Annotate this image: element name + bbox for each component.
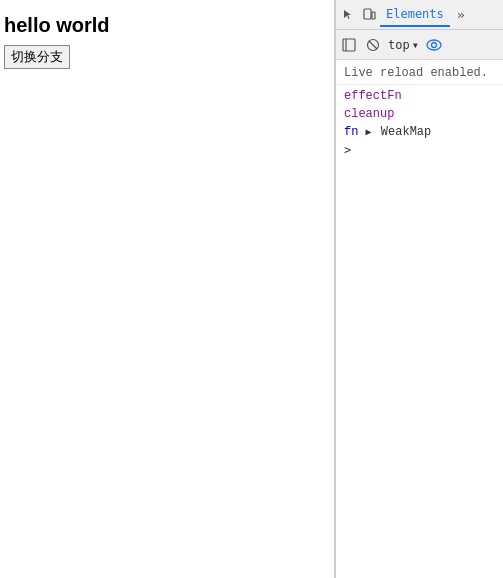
- svg-point-6: [427, 40, 441, 50]
- live-reload-line: Live reload enabled.: [336, 64, 503, 85]
- effect-fn-prop: effectFn: [344, 89, 402, 103]
- cleanup-prop: cleanup: [344, 107, 394, 121]
- tab-elements[interactable]: Elements: [380, 3, 450, 27]
- svg-rect-0: [364, 9, 371, 19]
- top-label: top: [388, 38, 410, 52]
- svg-line-5: [369, 41, 377, 49]
- inspect-element-icon[interactable]: [340, 6, 358, 24]
- block-icon[interactable]: [364, 36, 382, 54]
- fn-keyword: fn: [344, 125, 358, 139]
- browser-viewport: hello world 切换分支: [0, 0, 335, 578]
- sidebar-toggle-icon[interactable]: [340, 36, 358, 54]
- switch-branch-button[interactable]: 切换分支: [4, 45, 70, 69]
- device-toggle-icon[interactable]: [360, 6, 378, 24]
- fn-weakmap-line: fn ▶ WeakMap: [336, 123, 503, 141]
- weakmap-label: WeakMap: [381, 125, 431, 139]
- devtools-toolbar: top ▾: [336, 30, 503, 60]
- effect-fn-line: effectFn: [336, 87, 503, 105]
- svg-rect-2: [343, 39, 355, 51]
- devtools-tabs: Elements »: [336, 0, 503, 30]
- top-selector[interactable]: top ▾: [388, 38, 419, 52]
- expand-caret[interactable]: >: [336, 141, 503, 159]
- eye-icon[interactable]: [425, 36, 443, 54]
- svg-point-7: [431, 42, 436, 47]
- devtools-content: Live reload enabled. effectFn cleanup fn…: [336, 60, 503, 578]
- svg-rect-1: [372, 12, 375, 19]
- dropdown-arrow: ▾: [412, 38, 419, 52]
- expand-arrow[interactable]: ▶: [366, 126, 372, 138]
- page-title: hello world: [0, 0, 334, 41]
- cleanup-line: cleanup: [336, 105, 503, 123]
- devtools-panel: Elements » top ▾: [335, 0, 503, 578]
- more-tabs-icon[interactable]: »: [452, 6, 470, 24]
